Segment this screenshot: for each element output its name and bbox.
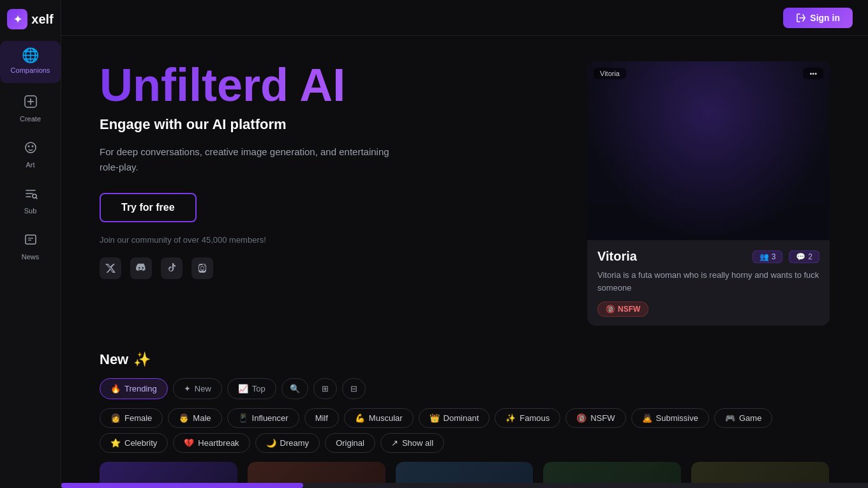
nsfw-badge: 🔞 NSFW (597, 301, 648, 317)
featured-card-container: Vitoria ••• Vitoria 👥 3 💬 (587, 61, 830, 326)
scroll-bar-fill (61, 483, 303, 488)
tag-muscular[interactable]: 💪 Muscular (344, 408, 414, 428)
sidebar-item-create[interactable]: Create (5, 88, 56, 129)
tag-milf[interactable]: Milf (304, 408, 339, 428)
main-content: Sign in Unfilterd AI Engage with our AI … (61, 0, 868, 488)
svg-line-7 (36, 197, 37, 199)
card-description: Vitoria is a futa woman who is really ho… (597, 269, 819, 294)
nsfw-tag-emoji: 🔞 (576, 413, 587, 423)
card-stats: 👥 3 💬 2 (752, 250, 819, 263)
female-emoji: 👩 (110, 413, 121, 423)
hero-left: Unfilterd AI Engage with our AI platform… (100, 61, 562, 279)
logo-icon: ✦ (7, 9, 27, 29)
tag-female[interactable]: 👩 Female (100, 408, 163, 428)
logo-area: ✦ xelf (0, 0, 61, 38)
female-label: Female (124, 413, 152, 423)
tag-heartbreak[interactable]: 💔 Heartbreak (173, 433, 250, 453)
tag-famous[interactable]: ✨ Famous (495, 408, 560, 428)
dominant-emoji: 👑 (430, 413, 440, 423)
companions-label: Companions (11, 66, 50, 74)
sub-label: Sub (24, 207, 37, 215)
stat-messages-icon: 💬 (796, 252, 805, 261)
svg-point-3 (26, 142, 36, 153)
stat-views-value: 3 (772, 252, 776, 261)
new-section-icon: ✨ (133, 351, 151, 368)
tag-male[interactable]: 👨 Male (168, 408, 221, 428)
submissive-label: Submissive (656, 413, 698, 423)
tag-show-all[interactable]: ↗ Show all (380, 433, 444, 453)
tag-game[interactable]: 🎮 Game (714, 408, 772, 428)
logo-text: xelf (31, 12, 53, 27)
create-label: Create (20, 115, 41, 123)
nsfw-tag-label: NSFW (590, 413, 615, 423)
tag-influencer[interactable]: 📱 Influencer (227, 408, 299, 428)
tags-row: 👩 Female 👨 Male 📱 Influencer Milf 💪 Musc… (61, 408, 868, 462)
tab-top[interactable]: 📈 Top (227, 378, 276, 399)
card-name-row: Vitoria 👥 3 💬 2 (597, 249, 819, 264)
hero-description: For deep conversations, creative image g… (100, 144, 393, 175)
nsfw-label: NSFW (618, 305, 640, 314)
card-name: Vitoria (597, 249, 637, 264)
featured-card[interactable]: Vitoria ••• Vitoria 👥 3 💬 (587, 61, 830, 326)
twitter-icon[interactable] (100, 257, 121, 279)
stat-messages-value: 2 (808, 252, 812, 261)
male-label: Male (193, 413, 211, 423)
signin-label: Sign in (810, 13, 840, 23)
new-tab-label: New (195, 384, 211, 393)
dominant-label: Dominant (444, 413, 479, 423)
discord-icon[interactable] (130, 257, 152, 279)
new-section-header: New ✨ (61, 345, 868, 378)
famous-emoji: ✨ (505, 413, 516, 423)
tag-submissive[interactable]: 🙇 Submissive (631, 408, 709, 428)
game-emoji: 🎮 (725, 413, 735, 423)
art-icon (24, 141, 38, 158)
show-all-label: Show all (402, 438, 433, 448)
grid-view-button[interactable]: ⊞ (313, 378, 337, 399)
top-tab-icon: 📈 (238, 384, 248, 393)
svg-point-4 (27, 146, 29, 148)
svg-rect-8 (26, 235, 36, 244)
search-filter-icon: 🔍 (290, 384, 300, 393)
art-label: Art (26, 161, 34, 169)
tag-nsfw[interactable]: 🔞 NSFW (565, 408, 625, 428)
celebrity-label: Celebrity (124, 438, 157, 448)
search-filter-button[interactable]: 🔍 (281, 378, 308, 399)
news-label: News (22, 253, 40, 261)
list-view-button[interactable]: ⊟ (342, 378, 366, 399)
celebrity-emoji: ⭐ (110, 438, 121, 448)
sidebar-item-sub[interactable]: Sub (5, 180, 56, 221)
dreamy-emoji: 🌙 (266, 438, 276, 448)
instagram-icon[interactable] (191, 257, 213, 279)
card-top-tag-left: Vitoria (594, 68, 626, 79)
tab-new[interactable]: ✦ New (173, 378, 222, 399)
sidebar-item-companions[interactable]: 🌐 Companions (0, 41, 61, 83)
tag-dreamy[interactable]: 🌙 Dreamy (255, 433, 320, 453)
heartbreak-emoji: 💔 (184, 438, 194, 448)
tag-original[interactable]: Original (325, 433, 375, 453)
card-blur-overlay (587, 61, 830, 240)
svg-point-5 (31, 146, 33, 148)
try-free-button[interactable]: Try for free (100, 193, 197, 222)
submissive-emoji: 🙇 (642, 413, 652, 423)
trending-label: Trending (124, 384, 157, 393)
tag-dominant[interactable]: 👑 Dominant (419, 408, 490, 428)
new-tab-icon: ✦ (184, 384, 191, 393)
sidebar-item-art[interactable]: Art (5, 134, 56, 175)
companions-icon: 🌐 (22, 47, 39, 64)
card-top-bar: Vitoria ••• (594, 68, 823, 79)
dreamy-label: Dreamy (280, 438, 310, 448)
heartbreak-label: Heartbreak (198, 438, 239, 448)
sidebar-item-news[interactable]: News (5, 226, 56, 267)
sign-in-button[interactable]: Sign in (783, 8, 853, 28)
influencer-emoji: 📱 (238, 413, 248, 423)
grid-icon: ⊞ (322, 384, 329, 393)
tiktok-icon[interactable] (161, 257, 183, 279)
logo[interactable]: ✦ xelf (7, 9, 53, 29)
muscular-label: Muscular (369, 413, 403, 423)
hero-title: Unfilterd AI (100, 61, 562, 110)
tag-celebrity[interactable]: ⭐ Celebrity (100, 433, 168, 453)
tab-trending[interactable]: 🔥 Trending (100, 378, 168, 399)
card-stat-views: 👥 3 (752, 250, 783, 263)
muscular-emoji: 💪 (355, 413, 365, 423)
top-nav: Sign in (61, 0, 868, 36)
